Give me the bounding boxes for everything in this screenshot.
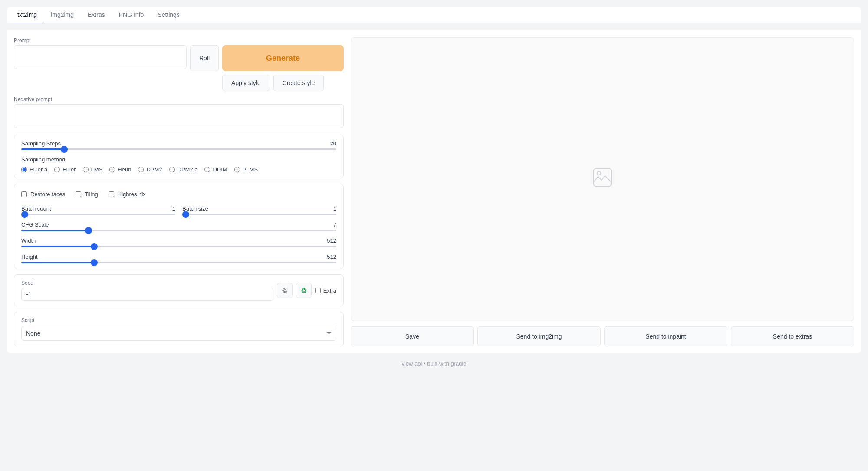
image-area	[351, 37, 854, 321]
batch-size-slider[interactable]	[182, 214, 336, 215]
radio-euler-input[interactable]	[54, 167, 60, 172]
batch-size-section: Batch size 1	[182, 205, 336, 215]
restore-faces-label: Restore faces	[30, 191, 65, 198]
tab-png-info[interactable]: PNG Info	[112, 7, 151, 23]
left-panel: Prompt Roll Generate Apply style Create …	[14, 37, 344, 346]
svg-point-1	[597, 171, 601, 175]
right-controls: Generate Apply style Create style	[222, 45, 344, 91]
radio-dpm2a-input[interactable]	[169, 167, 175, 172]
script-section: Script None	[14, 312, 344, 346]
radio-lms-label: LMS	[91, 166, 103, 173]
negative-prompt-label: Negative prompt	[14, 96, 344, 102]
radio-ddim[interactable]: DDIM	[204, 166, 227, 173]
prompt-section: Prompt Roll Generate Apply style Create …	[14, 37, 344, 91]
negative-prompt-section: Negative prompt	[14, 96, 344, 129]
radio-dpm2-input[interactable]	[138, 167, 144, 172]
sampling-steps-section: Sampling Steps 20	[21, 140, 336, 150]
prompt-row: Roll Generate Apply style Create style	[14, 45, 344, 91]
height-section: Height 512	[21, 254, 336, 263]
script-label: Script	[21, 317, 336, 323]
radio-plms-input[interactable]	[234, 167, 240, 172]
seed-input[interactable]	[21, 288, 273, 301]
prompt-label: Prompt	[14, 37, 344, 43]
cfg-scale-slider[interactable]	[21, 230, 336, 231]
create-style-button[interactable]: Create style	[273, 75, 324, 91]
app-container: txt2img img2img Extras PNG Info Settings…	[0, 0, 868, 471]
extra-checkbox-input[interactable]	[315, 288, 321, 293]
tab-bar: txt2img img2img Extras PNG Info Settings	[7, 7, 861, 23]
tab-extras[interactable]: Extras	[81, 7, 112, 23]
apply-style-button[interactable]: Apply style	[222, 75, 270, 91]
radio-dpm2-label: DPM2	[146, 166, 162, 173]
radio-plms[interactable]: PLMS	[234, 166, 258, 173]
prompt-input[interactable]	[14, 45, 187, 69]
seed-label: Seed	[21, 280, 273, 286]
tab-txt2img[interactable]: txt2img	[10, 7, 44, 23]
height-slider[interactable]	[21, 262, 336, 263]
extra-label: Extra	[323, 287, 336, 294]
width-section: Width 512	[21, 237, 336, 247]
sampling-method-radio-group: Euler a Euler LMS Heun	[21, 166, 336, 173]
checkboxes-panel: Restore faces Tiling Highres. fix	[14, 184, 344, 269]
right-panel: Save Send to img2img Send to inpaint Sen…	[351, 37, 854, 346]
radio-lms-input[interactable]	[83, 167, 89, 172]
seed-input-wrap: Seed	[21, 280, 273, 301]
bottom-buttons: Save Send to img2img Send to inpaint Sen…	[351, 326, 854, 346]
sampling-method-label: Sampling method	[21, 156, 336, 163]
controls-panel: Sampling Steps 20 Sampling method Euler …	[14, 135, 344, 178]
tab-img2img[interactable]: img2img	[44, 7, 81, 23]
footer: view api • built with gradio	[7, 353, 861, 374]
highres-fix-input[interactable]	[108, 191, 114, 197]
restore-faces-checkbox[interactable]: Restore faces	[21, 191, 65, 198]
seed-recycle-button[interactable]: ♲	[277, 283, 293, 298]
negative-prompt-input[interactable]	[14, 104, 344, 128]
radio-dpm2a[interactable]: DPM2 a	[169, 166, 198, 173]
radio-heun-input[interactable]	[109, 167, 115, 172]
radio-euler-a-label: Euler a	[30, 166, 47, 173]
footer-text: view api • built with gradio	[401, 360, 466, 367]
width-slider[interactable]	[21, 246, 336, 247]
radio-ddim-label: DDIM	[213, 166, 227, 173]
batch-count-slider[interactable]	[21, 214, 175, 215]
tiling-checkbox[interactable]: Tiling	[76, 191, 98, 198]
style-buttons: Apply style Create style	[222, 75, 344, 91]
image-placeholder-icon	[592, 167, 613, 191]
script-select[interactable]: None	[21, 326, 336, 341]
cfg-scale-section: CFG Scale 7	[21, 221, 336, 231]
radio-euler[interactable]: Euler	[54, 166, 76, 173]
prompt-input-wrap	[14, 45, 187, 70]
send-to-extras-button[interactable]: Send to extras	[731, 326, 854, 346]
radio-dpm2[interactable]: DPM2	[138, 166, 162, 173]
radio-ddim-input[interactable]	[204, 167, 210, 172]
restore-faces-input[interactable]	[21, 191, 27, 197]
save-button[interactable]: Save	[351, 326, 474, 346]
radio-euler-a-input[interactable]	[21, 167, 27, 172]
sampling-steps-slider[interactable]	[21, 148, 336, 150]
radio-heun[interactable]: Heun	[109, 166, 131, 173]
main-content: Prompt Roll Generate Apply style Create …	[7, 30, 861, 353]
highres-fix-checkbox[interactable]: Highres. fix	[108, 191, 146, 198]
svg-rect-0	[594, 169, 611, 186]
tiling-input[interactable]	[76, 191, 81, 197]
seed-random-button[interactable]: ♻	[296, 283, 312, 298]
radio-plms-label: PLMS	[243, 166, 258, 173]
random-icon: ♻	[301, 287, 307, 295]
radio-heun-label: Heun	[118, 166, 131, 173]
batch-row: Batch count 1 Batch size 1	[21, 205, 336, 215]
seed-section: Seed ♲ ♻ Extra	[14, 274, 344, 306]
roll-button[interactable]: Roll	[190, 45, 219, 71]
extra-checkbox[interactable]: Extra	[315, 287, 336, 294]
tab-settings[interactable]: Settings	[151, 7, 187, 23]
sampling-method-section: Sampling method Euler a Euler LMS	[21, 156, 336, 173]
send-to-img2img-button[interactable]: Send to img2img	[477, 326, 601, 346]
radio-euler-label: Euler	[62, 166, 76, 173]
generate-button[interactable]: Generate	[222, 45, 344, 71]
radio-dpm2a-label: DPM2 a	[178, 166, 198, 173]
batch-count-section: Batch count 1	[21, 205, 175, 215]
radio-euler-a[interactable]: Euler a	[21, 166, 47, 173]
send-to-inpaint-button[interactable]: Send to inpaint	[604, 326, 727, 346]
tiling-label: Tiling	[85, 191, 98, 198]
recycle-icon: ♲	[282, 287, 288, 295]
radio-lms[interactable]: LMS	[83, 166, 103, 173]
checkbox-row: Restore faces Tiling Highres. fix	[21, 189, 336, 199]
